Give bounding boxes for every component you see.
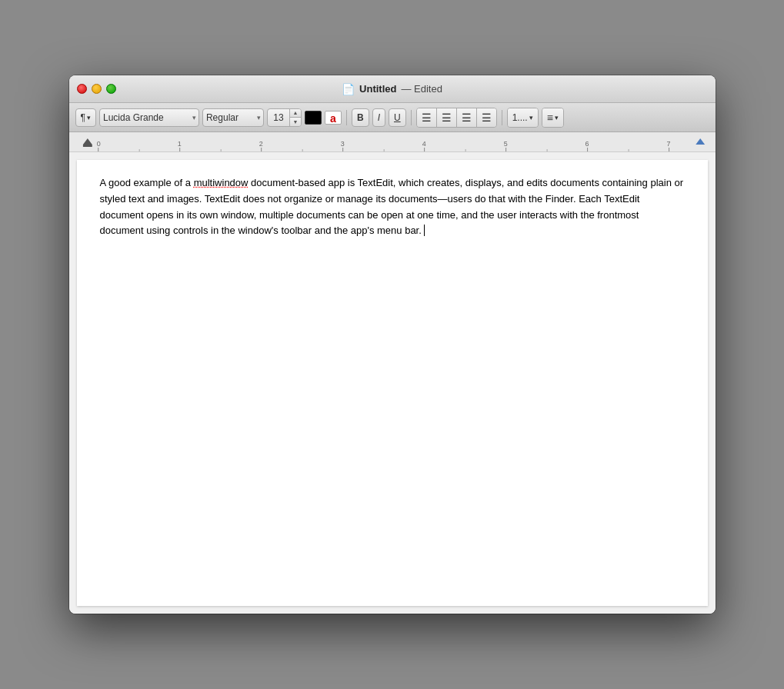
list-group: 1.... ▾ [507,108,539,128]
paragraph-icon: ¶ [81,112,85,123]
main-window: 📄 Untitled — Edited ¶ ▾ Lucida Grande Re… [69,75,716,614]
indent-marker-bottom [82,145,92,147]
svg-text:6: 6 [585,140,589,148]
numbered-list-button[interactable]: 1.... ▾ [508,108,538,127]
window-edited-label: — Edited [401,83,442,95]
document-icon: 📄 [342,83,355,95]
underline-button[interactable]: U [389,108,406,127]
svg-text:2: 2 [259,140,262,148]
svg-text:4: 4 [422,140,425,148]
bold-label: B [357,112,364,123]
font-family-select[interactable]: Lucida Grande [99,108,199,127]
window-title: Untitled [359,83,396,95]
align-justify-icon: ☰ [482,112,492,124]
document-area: A good example of a multiwindow document… [69,152,716,614]
align-justify-button[interactable]: ☰ [477,108,496,127]
font-style-wrapper: Regular [202,108,264,127]
font-size-input[interactable] [268,112,289,123]
numbered-list-chevron: ▾ [529,114,533,121]
toolbar: ¶ ▾ Lucida Grande Regular ▲ ▼ a [69,103,716,132]
close-button[interactable] [77,84,87,94]
bold-button[interactable]: B [352,108,369,127]
italic-label: I [378,112,380,123]
svg-text:7: 7 [666,140,670,148]
align-left-button[interactable]: ☰ [417,108,437,127]
italic-button[interactable]: I [372,108,385,127]
font-size-arrows: ▲ ▼ [289,109,301,126]
svg-text:5: 5 [503,140,507,148]
maximize-button[interactable] [106,84,116,94]
traffic-lights [77,84,116,94]
bullet-list-chevron: ▾ [555,114,559,121]
background-color-swatch[interactable] [305,111,322,125]
align-center-button[interactable]: ☰ [437,108,457,127]
numbered-list-label: 1.... [512,112,528,123]
separator-3 [502,110,502,125]
minimize-button[interactable] [92,84,102,94]
underlined-word: multiwindow [194,177,249,188]
document-page[interactable]: A good example of a multiwindow document… [77,160,708,606]
separator-2 [411,110,412,125]
align-center-icon: ☰ [442,112,452,124]
font-size-up[interactable]: ▲ [290,109,301,118]
titlebar-center: 📄 Untitled — Edited [342,83,442,95]
ruler: 0 1 2 3 4 5 6 7 [69,132,716,152]
align-right-icon: ☰ [462,112,472,124]
text-cursor [422,225,425,236]
svg-text:0: 0 [96,140,100,148]
bullet-list-icon: ≡ [547,112,553,124]
alignment-group: ☰ ☰ ☰ ☰ [416,108,497,128]
separator-1 [346,110,347,125]
font-family-wrapper: Lucida Grande [99,108,199,127]
paragraph-chevron: ▾ [87,114,91,121]
ruler-svg: 0 1 2 3 4 5 6 7 [75,132,716,152]
align-left-icon: ☰ [422,112,432,124]
underline-label: U [394,112,401,123]
bullet-list-button[interactable]: ≡ ▾ [542,108,563,127]
text-color-letter: a [330,113,336,124]
svg-text:3: 3 [340,140,344,148]
bullet-list-group: ≡ ▾ [542,108,564,128]
font-size-down[interactable]: ▼ [290,118,301,126]
svg-text:1: 1 [177,140,181,148]
indent-marker-top [82,138,92,145]
titlebar: 📄 Untitled — Edited [69,75,716,103]
document-content[interactable]: A good example of a multiwindow document… [100,175,685,239]
text-color-swatch[interactable]: a [325,111,342,125]
paragraph-button[interactable]: ¶ ▾ [75,108,96,127]
font-size-wrapper: ▲ ▼ [267,108,302,127]
align-right-button[interactable]: ☰ [457,108,477,127]
right-margin-arrow [696,138,705,145]
font-style-select[interactable]: Regular [202,108,264,127]
